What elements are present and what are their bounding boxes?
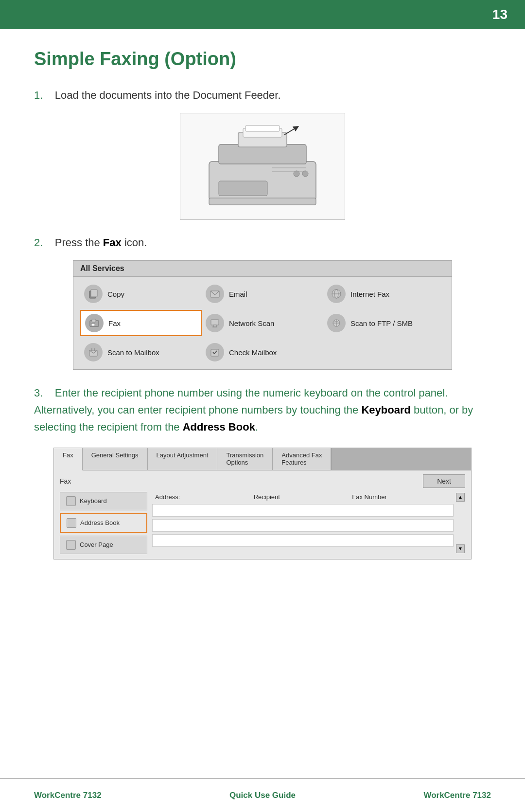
keyboard-btn-icon xyxy=(66,496,76,506)
step-1-number: 1. xyxy=(34,89,52,101)
service-label-scan-ftp: Scan to FTP / SMB xyxy=(350,319,413,327)
scroll-up-button[interactable]: ▲ xyxy=(456,493,465,502)
fax-panel: Fax General Settings Layout Adjustment T… xyxy=(53,448,472,559)
next-button[interactable]: Next xyxy=(423,474,465,488)
copy-icon xyxy=(84,285,103,303)
service-item-fax[interactable]: Fax xyxy=(80,310,202,336)
keyboard-bold: Keyboard xyxy=(361,404,410,416)
svg-rect-4 xyxy=(245,126,280,131)
fax-bold: Fax xyxy=(103,236,122,249)
svg-rect-6 xyxy=(219,181,267,196)
svg-rect-21 xyxy=(91,324,95,326)
step-2-text: 2. Press the Fax icon. xyxy=(34,235,491,251)
service-label-email: Email xyxy=(229,290,247,298)
cover-page-btn-icon xyxy=(66,540,76,550)
service-item-network-scan[interactable]: Network Scan xyxy=(202,310,323,336)
fax-main-area: Address: Recipient Fax Number xyxy=(152,492,454,554)
fax-label: Fax xyxy=(60,477,71,485)
scan-mailbox-icon xyxy=(84,343,103,361)
step-1-text: 1. Load the documents into the Document … xyxy=(34,87,491,103)
footer-right: WorkCentre 7132 xyxy=(339,791,491,800)
footer-workcentre-left: WorkCentre 7132 xyxy=(34,791,102,800)
svg-rect-14 xyxy=(91,289,97,297)
fax-top-row: Fax Next xyxy=(60,474,465,488)
internet-fax-icon xyxy=(327,285,346,303)
check-mailbox-icon xyxy=(206,343,224,361)
service-item-email[interactable]: Email xyxy=(202,282,323,306)
svg-line-5 xyxy=(284,127,297,135)
fax-scrollbar: ▲ ▼ xyxy=(455,492,465,554)
service-item-check-mailbox[interactable]: Check Mailbox xyxy=(202,340,323,364)
service-label-network-scan: Network Scan xyxy=(229,319,274,327)
fax-row xyxy=(152,519,454,532)
fax-row xyxy=(152,504,454,517)
scroll-down-button[interactable]: ▼ xyxy=(456,544,465,553)
step-3-number: 3. xyxy=(34,387,52,399)
services-header: All Services xyxy=(73,261,452,277)
email-icon xyxy=(206,285,224,303)
services-panel: All Services Copy Email xyxy=(73,260,452,370)
network-scan-icon xyxy=(206,314,224,332)
tab-advanced-fax[interactable]: Advanced FaxFeatures xyxy=(273,448,331,470)
printer-illustration xyxy=(180,113,345,220)
fax-icon xyxy=(85,314,104,332)
scan-ftp-icon xyxy=(327,314,346,332)
printer-illustration-wrap xyxy=(34,113,491,220)
svg-rect-1 xyxy=(219,144,306,164)
step-1: 1. Load the documents into the Document … xyxy=(34,87,491,220)
service-label-scan-mailbox: Scan to Mailbox xyxy=(107,348,159,357)
service-item-scan-mailbox[interactable]: Scan to Mailbox xyxy=(80,340,202,364)
svg-rect-22 xyxy=(211,320,219,325)
services-grid: Copy Email Internet Fax xyxy=(73,277,452,369)
svg-rect-7 xyxy=(209,198,316,205)
fax-row xyxy=(152,534,454,547)
fax-tabs: Fax General Settings Layout Adjustment T… xyxy=(54,448,471,470)
step-2-number: 2. xyxy=(34,236,52,249)
tab-fax[interactable]: Fax xyxy=(54,448,83,470)
footer: WorkCentre 7132 Quick Use Guide WorkCent… xyxy=(0,778,525,812)
service-item-scan-ftp[interactable]: Scan to FTP / SMB xyxy=(323,310,445,336)
keyboard-button[interactable]: Keyboard xyxy=(60,492,147,510)
col-fax-number: Fax Number xyxy=(352,493,451,501)
footer-left: WorkCentre 7132 xyxy=(34,791,186,800)
service-label-internet-fax: Internet Fax xyxy=(350,290,389,298)
header-bar: 13 xyxy=(0,0,525,29)
fax-rows xyxy=(152,504,454,547)
col-recipient: Recipient xyxy=(254,493,352,501)
tab-transmission-options[interactable]: TransmissionOptions xyxy=(217,448,273,470)
address-book-bold: Address Book xyxy=(183,421,255,433)
page-title: Simple Faxing (Option) xyxy=(34,49,491,70)
tab-layout-adjustment[interactable]: Layout Adjustment xyxy=(148,448,218,470)
step-2: 2. Press the Fax icon. All Services Copy xyxy=(34,235,491,370)
step-3: 3. Enter the recipient phone number usin… xyxy=(34,384,491,559)
tab-general-settings[interactable]: General Settings xyxy=(83,448,148,470)
service-label-copy: Copy xyxy=(107,290,124,298)
fax-columns: Keyboard Address Book Cover Page xyxy=(60,492,465,554)
step-3-text: 3. Enter the recipient phone number usin… xyxy=(34,384,491,436)
footer-center: Quick Use Guide xyxy=(186,791,338,800)
printer-svg xyxy=(190,118,335,215)
svg-rect-20 xyxy=(92,319,96,322)
page-number: 13 xyxy=(492,7,508,22)
service-item-copy[interactable]: Copy xyxy=(80,282,202,306)
cover-page-button[interactable]: Cover Page xyxy=(60,536,147,554)
footer-workcentre-right: WorkCentre 7132 xyxy=(423,791,491,800)
fax-content: Fax Next Keyboard Address Book xyxy=(54,470,471,559)
fax-column-headers: Address: Recipient Fax Number xyxy=(152,492,454,502)
footer-quick-use-guide: Quick Use Guide xyxy=(229,791,296,800)
col-address: Address: xyxy=(155,493,254,501)
fax-sidebar: Keyboard Address Book Cover Page xyxy=(60,492,147,554)
main-content: Simple Faxing (Option) 1. Load the docum… xyxy=(0,29,525,603)
address-book-btn-icon xyxy=(67,518,76,528)
service-label-check-mailbox: Check Mailbox xyxy=(229,348,277,357)
service-label-fax: Fax xyxy=(108,319,121,327)
service-item-internet-fax[interactable]: Internet Fax xyxy=(323,282,445,306)
address-book-button[interactable]: Address Book xyxy=(60,513,147,533)
